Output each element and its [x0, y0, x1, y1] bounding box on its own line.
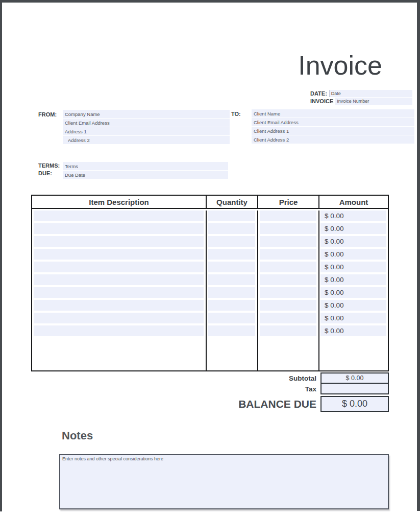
notes-heading: Notes: [62, 429, 93, 442]
item-price-cell[interactable]: [260, 274, 316, 285]
item-price-cell[interactable]: [260, 300, 316, 311]
item-price-cell[interactable]: [260, 313, 316, 323]
items-table: Item Description Quantity Price Amount $…: [31, 195, 389, 371]
items-table-header: Item Description Quantity Price Amount: [32, 196, 388, 209]
items-table-body: $ 0.00$ 0.00$ 0.00$ 0.00$ 0.00$ 0.00$ 0.…: [32, 209, 388, 370]
terms-input[interactable]: [63, 162, 228, 170]
item-price-cell[interactable]: [260, 325, 316, 336]
item-description-cell[interactable]: [34, 236, 204, 247]
item-description-cell[interactable]: [34, 249, 204, 260]
item-quantity-cell[interactable]: [208, 262, 255, 272]
from-fields: [63, 110, 230, 145]
item-quantity-cell[interactable]: [208, 236, 255, 247]
header-amount: Amount: [318, 196, 388, 208]
item-amount-cell: $ 0.00: [320, 325, 386, 336]
balance-due-value: $ 0.00: [320, 396, 389, 412]
date-input[interactable]: [329, 90, 412, 97]
column-quantity: [206, 211, 257, 370]
invoice-number-input[interactable]: [335, 98, 412, 105]
from-label: FROM:: [38, 111, 57, 118]
due-date-input[interactable]: [63, 171, 228, 179]
date-label: DATE:: [310, 90, 327, 97]
balance-due-label: BALANCE DUE: [31, 398, 320, 410]
column-price: [257, 211, 318, 370]
invoice-meta: DATE: INVOICE: [310, 90, 412, 105]
terms-label: TERMS:: [38, 162, 60, 169]
from-address2-input[interactable]: [63, 136, 230, 144]
item-quantity-cell[interactable]: [208, 211, 255, 221]
due-label: DUE:: [38, 170, 52, 176]
header-quantity: Quantity: [206, 196, 257, 208]
subtotal-value: $ 0.00: [320, 372, 389, 384]
item-amount-cell: $ 0.00: [320, 262, 386, 272]
invoice-number-label: INVOICE: [310, 98, 333, 104]
column-description: [32, 211, 206, 370]
item-price-cell[interactable]: [260, 249, 316, 260]
to-fields: [252, 109, 414, 144]
item-price-cell[interactable]: [260, 236, 316, 247]
item-description-cell[interactable]: [34, 274, 204, 285]
item-quantity-cell[interactable]: [208, 287, 255, 298]
header-item-description: Item Description: [32, 196, 206, 208]
item-quantity-cell[interactable]: [208, 325, 255, 336]
item-description-cell[interactable]: [34, 287, 204, 298]
item-description-cell[interactable]: [34, 262, 204, 272]
item-amount-cell: $ 0.00: [320, 287, 386, 298]
client-email-input[interactable]: [252, 118, 414, 126]
item-amount-cell: $ 0.00: [320, 223, 386, 234]
item-description-cell[interactable]: [34, 211, 204, 221]
item-amount-cell: $ 0.00: [320, 313, 386, 323]
item-price-cell[interactable]: [260, 223, 316, 234]
terms-fields: [63, 162, 228, 179]
item-price-cell[interactable]: [260, 211, 316, 221]
page-frame-top: [0, 0, 420, 3]
item-amount-cell: $ 0.00: [320, 274, 386, 285]
client-name-input[interactable]: [252, 109, 414, 118]
page-frame-right: [417, 0, 420, 511]
item-quantity-cell[interactable]: [208, 300, 255, 311]
header-price: Price: [257, 196, 318, 208]
item-amount-cell: $ 0.00: [320, 236, 386, 247]
item-amount-cell: $ 0.00: [320, 300, 386, 311]
item-price-cell[interactable]: [260, 262, 316, 272]
item-quantity-cell[interactable]: [208, 249, 255, 260]
item-price-cell[interactable]: [260, 287, 316, 298]
column-amount: $ 0.00$ 0.00$ 0.00$ 0.00$ 0.00$ 0.00$ 0.…: [318, 211, 388, 370]
summary-section: Subtotal $ 0.00 Tax BALANCE DUE $ 0.00: [31, 372, 389, 412]
from-email-input[interactable]: [63, 119, 230, 127]
client-address2-input[interactable]: [252, 135, 414, 144]
item-description-cell[interactable]: [34, 325, 204, 336]
tax-label: Tax: [31, 385, 320, 393]
page-frame-left: [0, 0, 2, 511]
item-amount-cell: $ 0.00: [320, 249, 386, 260]
subtotal-label: Subtotal: [31, 375, 320, 382]
notes-textarea[interactable]: [59, 454, 389, 509]
item-description-cell[interactable]: [34, 223, 204, 234]
client-address1-input[interactable]: [252, 127, 414, 135]
item-quantity-cell[interactable]: [208, 274, 255, 285]
tax-value-cell[interactable]: [320, 384, 389, 394]
item-quantity-cell[interactable]: [208, 313, 255, 323]
company-name-input[interactable]: [63, 110, 230, 118]
item-amount-cell: $ 0.00: [320, 211, 386, 221]
from-address1-input[interactable]: [63, 127, 230, 135]
invoice-title: Invoice: [298, 52, 382, 79]
item-description-cell[interactable]: [34, 300, 204, 311]
to-label: TO:: [231, 111, 241, 117]
item-quantity-cell[interactable]: [208, 223, 255, 234]
item-description-cell[interactable]: [34, 313, 204, 323]
